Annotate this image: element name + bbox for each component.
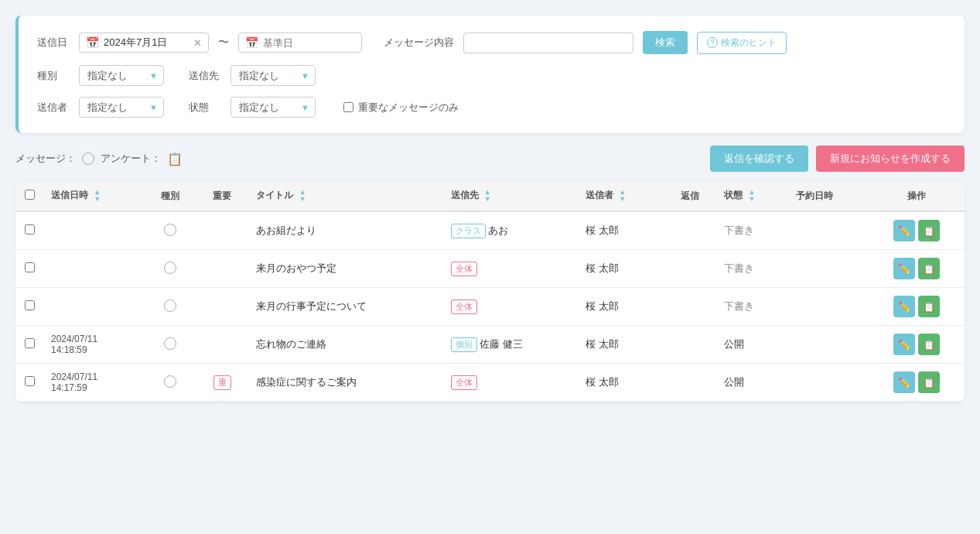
message-bubble-icon [82, 152, 94, 165]
edit-button[interactable]: ✏️ [893, 220, 915, 241]
row-checkbox-cell [15, 326, 43, 364]
title-text: 感染症に関するご案内 [256, 376, 357, 388]
select-all-checkbox[interactable] [25, 190, 35, 200]
calendar-to-icon: 📅 [245, 36, 258, 49]
row-important [196, 326, 249, 364]
state-select-wrapper: 指定なし ▼ [230, 97, 316, 118]
row-checkbox[interactable] [25, 262, 35, 272]
copy-button[interactable]: 📋 [918, 220, 940, 241]
target-tag: 全体 [451, 300, 477, 314]
th-reply: 返信 [664, 181, 716, 211]
important-only-label[interactable]: 重要なメッセージのみ [343, 101, 459, 115]
sender-select[interactable]: 指定なし [79, 97, 164, 118]
operation-buttons: ✏️ 📋 [877, 220, 957, 241]
table-row: 2024/07/1114:17:59重感染症に関するご案内全体桜 太郎公開 ✏️… [15, 364, 965, 402]
state-label: 状態 [189, 101, 221, 115]
target-name: 佐藤 健三 [480, 338, 523, 350]
row-type [144, 326, 196, 364]
row-state: 下書き [716, 250, 788, 288]
row-important [196, 288, 249, 326]
state-text: 下書き [724, 262, 754, 274]
row-checkbox[interactable] [25, 300, 35, 310]
type-bubble-icon [164, 224, 176, 236]
sort-sender[interactable]: ▲▼ [619, 189, 626, 203]
row-checkbox[interactable] [25, 338, 35, 348]
th-operation: 操作 [869, 181, 965, 211]
row-type [144, 250, 196, 288]
row-checkbox[interactable] [25, 376, 35, 386]
row-scheduled-date [788, 326, 869, 364]
row-type [144, 211, 196, 250]
row-sender: 桜 太郎 [578, 211, 664, 250]
sort-state[interactable]: ▲▼ [748, 189, 755, 203]
datetime-line2: 14:18:59 [51, 344, 87, 355]
row-sender: 桜 太郎 [578, 364, 664, 402]
row-title: あお組だより [248, 211, 442, 250]
state-select[interactable]: 指定なし [230, 97, 316, 118]
table-row: 来月のおやつ予定全体桜 太郎下書き ✏️ 📋 [15, 250, 965, 288]
edit-button[interactable]: ✏️ [893, 258, 915, 279]
copy-button[interactable]: 📋 [918, 258, 940, 279]
th-sender: 送信者 ▲▼ [578, 181, 664, 211]
target-tag: 個別 [451, 337, 477, 352]
row-scheduled-date [788, 364, 869, 402]
sender-select-wrapper: 指定なし ▼ [79, 97, 164, 118]
message-table-container: 送信日時 ▲▼ 種別 重要 タイトル ▲▼ 送信先 ▲▼ 送信者 [15, 181, 965, 402]
sort-send-datetime[interactable]: ▲▼ [94, 189, 101, 203]
send-target-label: 送信先 [189, 69, 221, 83]
sort-title[interactable]: ▲▼ [299, 189, 306, 203]
edit-button[interactable]: ✏️ [893, 296, 915, 317]
state-text: 下書き [724, 300, 754, 312]
survey-icon: 📋 [167, 152, 183, 166]
edit-button[interactable]: ✏️ [893, 334, 915, 355]
search-button[interactable]: 検索 [643, 31, 688, 54]
state-text: 下書き [724, 224, 754, 236]
table-row: 来月の行事予定について全体桜 太郎下書き ✏️ 📋 [15, 288, 965, 326]
hint-button[interactable]: ? 検索のヒント [697, 32, 787, 54]
message-content-input[interactable] [463, 33, 633, 53]
important-only-checkbox[interactable] [343, 102, 353, 112]
operation-buttons: ✏️ 📋 [877, 334, 957, 355]
date-from-input[interactable] [104, 37, 189, 49]
action-buttons: 返信を確認する 新規にお知らせを作成する [710, 145, 965, 172]
row-send-target: 個別 佐藤 健三 [443, 326, 578, 364]
operation-buttons: ✏️ 📋 [877, 296, 957, 317]
th-scheduled-date: 予約日時 [788, 181, 869, 211]
title-text: 忘れ物のご連絡 [256, 338, 326, 350]
copy-button[interactable]: 📋 [918, 296, 940, 317]
operation-buttons: ✏️ 📋 [877, 258, 957, 279]
row-checkbox-cell [15, 211, 43, 250]
important-tag: 重 [213, 375, 231, 390]
row-important [196, 211, 249, 250]
row-checkbox[interactable] [25, 224, 35, 234]
row-checkbox-cell [15, 364, 43, 402]
row-send-datetime [43, 211, 144, 250]
th-send-target: 送信先 ▲▼ [443, 181, 578, 211]
row-reply [664, 364, 716, 402]
date-from-clear-button[interactable]: ✕ [193, 37, 202, 49]
row-send-datetime: 2024/07/1114:18:59 [43, 326, 144, 364]
row-sender: 桜 太郎 [578, 250, 664, 288]
datetime-line2: 14:17:59 [51, 382, 87, 393]
send-target-select[interactable]: 指定なし [230, 65, 316, 86]
message-info: メッセージ： アンケート： 📋 [15, 152, 183, 166]
row-scheduled-date [788, 288, 869, 326]
confirm-reply-button[interactable]: 返信を確認する [710, 145, 808, 172]
message-prefix: メッセージ： [15, 152, 76, 166]
th-send-datetime: 送信日時 ▲▼ [43, 181, 144, 211]
copy-button[interactable]: 📋 [918, 334, 940, 355]
type-select[interactable]: 指定なし [79, 65, 164, 86]
edit-button[interactable]: ✏️ [893, 371, 915, 393]
sender-name: 桜 太郎 [586, 300, 619, 312]
row-operation: ✏️ 📋 [869, 250, 965, 288]
sort-send-target[interactable]: ▲▼ [484, 189, 491, 203]
row-state: 下書き [716, 288, 788, 326]
row-send-target: 全体 [443, 364, 578, 402]
row-checkbox-cell [15, 288, 43, 326]
copy-button[interactable]: 📋 [918, 371, 940, 393]
row-reply [664, 326, 716, 364]
message-bar: メッセージ： アンケート： 📋 返信を確認する 新規にお知らせを作成する [15, 145, 965, 172]
survey-label: アンケート： [101, 152, 161, 166]
date-to-input[interactable] [263, 37, 348, 49]
create-notice-button[interactable]: 新規にお知らせを作成する [816, 145, 965, 172]
